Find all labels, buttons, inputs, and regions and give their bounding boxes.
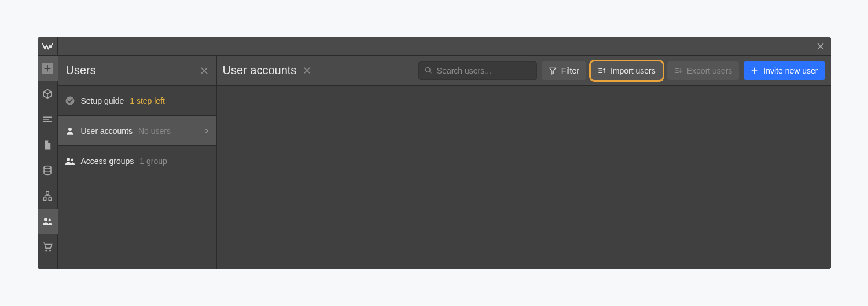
database-icon[interactable] — [38, 158, 58, 183]
app-logo[interactable] — [38, 37, 58, 55]
user-accounts-label: User accounts — [81, 126, 133, 136]
app-window: Users Setup guide 1 step left User accou… — [38, 37, 831, 269]
svg-point-9 — [68, 128, 72, 131]
export-label: Export users — [687, 66, 733, 75]
svg-rect-3 — [49, 198, 52, 201]
search-users-input[interactable] — [437, 66, 531, 75]
users-icon[interactable] — [38, 209, 58, 234]
people-icon — [65, 156, 75, 166]
svg-rect-2 — [43, 198, 46, 201]
svg-rect-1 — [46, 192, 49, 195]
svg-point-11 — [71, 158, 73, 161]
setup-guide-label: Setup guide — [81, 96, 124, 105]
search-users-box[interactable] — [418, 61, 537, 80]
add-icon[interactable] — [38, 56, 58, 81]
filter-button[interactable]: Filter — [542, 61, 586, 80]
svg-point-12 — [425, 68, 430, 72]
check-circle-icon — [65, 96, 75, 106]
svg-point-6 — [45, 250, 47, 252]
app-body: Users Setup guide 1 step left User accou… — [38, 56, 831, 269]
panel-header: Users — [58, 56, 216, 86]
sidebar-item-access-groups[interactable]: Access groups 1 group — [58, 146, 216, 176]
page-icon[interactable] — [38, 132, 58, 158]
svg-point-8 — [65, 96, 74, 105]
list-icon[interactable] — [38, 107, 58, 132]
svg-point-10 — [67, 158, 70, 161]
icon-rail — [38, 56, 58, 269]
close-panel-button[interactable] — [200, 67, 208, 75]
close-tab-button[interactable] — [303, 67, 311, 74]
export-icon — [674, 67, 682, 75]
sidebar-item-user-accounts[interactable]: User accounts No users — [58, 116, 216, 146]
box-3d-icon[interactable] — [38, 81, 58, 107]
title-bar-left — [38, 37, 58, 55]
main-body — [217, 86, 831, 269]
user-accounts-meta: No users — [138, 126, 171, 136]
import-users-button[interactable]: Import users — [591, 61, 663, 80]
sitemap-icon[interactable] — [38, 183, 58, 209]
main-title-wrap: User accounts — [223, 64, 311, 77]
svg-point-5 — [49, 219, 52, 222]
svg-point-0 — [44, 166, 51, 169]
svg-point-7 — [49, 250, 51, 252]
import-label: Import users — [610, 66, 656, 75]
plus-icon — [751, 67, 759, 75]
invite-new-user-button[interactable]: Invite new user — [744, 61, 825, 80]
panel-title: Users — [66, 64, 96, 77]
close-window-button[interactable] — [811, 37, 831, 55]
sidebar-item-setup-guide[interactable]: Setup guide 1 step left — [58, 86, 216, 116]
main-title: User accounts — [223, 64, 297, 77]
access-groups-meta: 1 group — [139, 156, 167, 166]
access-groups-label: Access groups — [81, 156, 134, 166]
invite-label: Invite new user — [763, 66, 818, 75]
export-users-button[interactable]: Export users — [667, 61, 740, 80]
funnel-icon — [549, 67, 557, 75]
setup-guide-meta: 1 step left — [130, 96, 165, 105]
search-icon — [425, 67, 432, 74]
main-header: User accounts Filter Import users — [217, 56, 831, 86]
filter-label: Filter — [561, 66, 579, 75]
chevron-right-icon — [204, 128, 209, 134]
users-panel: Users Setup guide 1 step left User accou… — [58, 56, 217, 269]
title-bar — [38, 37, 831, 56]
person-icon — [65, 126, 75, 136]
main-area: User accounts Filter Import users — [217, 56, 831, 269]
import-icon — [598, 67, 606, 75]
svg-point-4 — [44, 218, 47, 221]
cart-icon[interactable] — [38, 234, 58, 260]
